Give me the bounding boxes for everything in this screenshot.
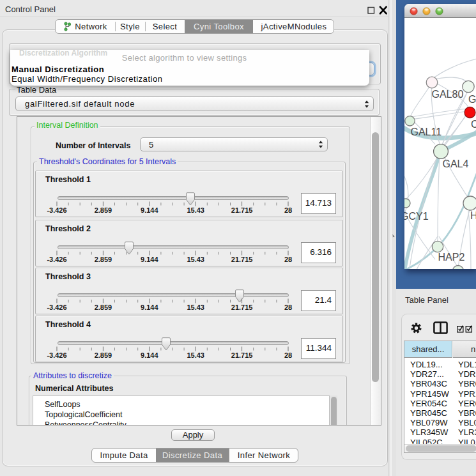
svg-text:HAP2: HAP2 xyxy=(438,252,465,263)
svg-text:H: H xyxy=(470,210,476,221)
svg-text:GCY1: GCY1 xyxy=(404,211,429,222)
svg-text:GAL80: GAL80 xyxy=(432,89,464,100)
svg-text:G.: G. xyxy=(468,94,476,105)
svg-text:GAL4: GAL4 xyxy=(443,158,469,169)
svg-text:GAL11: GAL11 xyxy=(411,127,442,137)
svg-text:C: C xyxy=(471,119,476,130)
